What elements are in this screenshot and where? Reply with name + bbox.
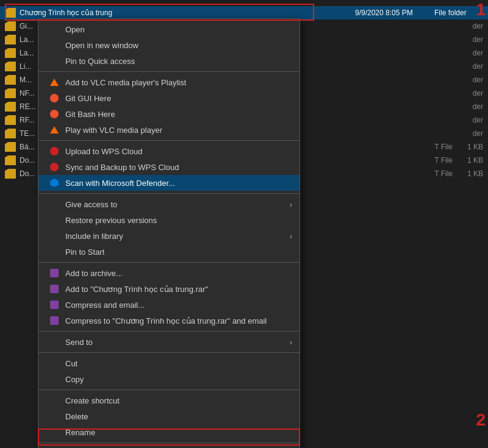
file-item-type: der (473, 76, 483, 84)
wps-sync-icon (48, 162, 60, 172)
menu-separator (38, 193, 300, 194)
menu-item-label: Open in new window (65, 41, 287, 50)
menu-item-restore-versions[interactable]: Restore previous versions (38, 212, 300, 228)
delete-icon (48, 411, 60, 421)
winrar-icon (48, 316, 60, 325)
menu-item-delete[interactable]: Delete (38, 408, 300, 424)
menu-item-sync-wps[interactable]: Sync and Backup to WPS Cloud (38, 159, 300, 175)
wps-icon (48, 146, 60, 156)
menu-item-git-bash[interactable]: Git Bash Here (38, 106, 300, 122)
file-item-size: 1 KB (453, 169, 483, 178)
folder-icon (5, 102, 16, 112)
menu-item-send-to[interactable]: Send to › (38, 334, 300, 350)
menu-item-git-gui[interactable]: Git GUI Here (38, 90, 300, 106)
menu-item-label: Play with VLC media player (65, 126, 287, 135)
vlc-icon (48, 77, 60, 87)
menu-item-label: Send to (65, 338, 287, 347)
menu-item-label: Give access to (65, 200, 287, 209)
menu-item-add-vlc-playlist[interactable]: Add to VLC media player's Playlist (38, 74, 300, 90)
menu-item-give-access[interactable]: Give access to › (38, 196, 300, 212)
menu-item-copy[interactable]: Copy (38, 371, 300, 387)
menu-separator (38, 331, 300, 332)
folder-icon (5, 75, 16, 85)
menu-item-label: Add to VLC media player's Playlist (65, 78, 287, 87)
file-item-type: der (473, 116, 483, 124)
submenu-arrow: › (290, 200, 292, 209)
menu-item-label: Scan with Microsoft Defender... (65, 179, 287, 188)
folder-icon (5, 48, 16, 58)
menu-item-pin-quick-access[interactable]: Pin to Quick access (38, 53, 300, 69)
menu-item-label: Rename (65, 428, 287, 437)
file-item-type: T File (434, 156, 453, 165)
folder-icon (5, 155, 16, 165)
file-item-type: der (473, 49, 483, 57)
menu-item-compress-email[interactable]: Compress and email... (38, 297, 300, 313)
cut-icon (48, 358, 60, 368)
menu-item-label: Restore previous versions (65, 216, 287, 225)
rename-icon (48, 427, 60, 437)
menu-item-compress-rar-email[interactable]: Compress to "Chương Trình học của trung.… (38, 313, 300, 329)
menu-item-open[interactable]: Open (38, 21, 300, 37)
copy-icon (48, 374, 60, 384)
restore-icon (48, 215, 60, 225)
file-item-type: der (473, 102, 483, 111)
menu-item-cut[interactable]: Cut (38, 355, 300, 371)
context-menu: Open Open in new window Pin to Quick acc… (38, 18, 300, 448)
defender-icon (48, 178, 60, 188)
menu-separator (38, 443, 300, 443)
menu-item-label: Delete (65, 412, 287, 421)
folder-icon (5, 88, 16, 98)
menu-item-add-chuong-rar[interactable]: Add to "Chương Trình học của trung.rar" (38, 281, 300, 297)
pin-start-icon (48, 247, 60, 257)
menu-item-label: Include in library (65, 232, 287, 241)
annotation-number-1: 1 (476, 0, 486, 20)
file-item-type: der (473, 35, 483, 44)
menu-item-rename[interactable]: Rename (38, 424, 300, 440)
menu-item-label: Cut (65, 359, 287, 368)
menu-separator (38, 140, 300, 141)
menu-item-label: Pin to Quick access (65, 57, 287, 66)
open-icon (48, 24, 60, 34)
send-to-icon (48, 337, 60, 347)
winrar-icon (48, 284, 60, 294)
file-item-type: der (473, 129, 483, 138)
folder-icon (5, 35, 16, 44)
menu-item-label: Upload to WPS Cloud (65, 147, 287, 156)
file-item-type: T File (434, 143, 453, 151)
folder-icon (5, 129, 16, 138)
menu-item-label: Compress to "Chương Trình học của trung.… (65, 316, 287, 325)
menu-item-create-shortcut[interactable]: Create shortcut (38, 393, 300, 408)
pin-icon (48, 56, 60, 66)
menu-separator (38, 389, 300, 390)
file-item-type: der (473, 62, 483, 71)
menu-item-label: Git Bash Here (65, 110, 287, 119)
file-item-type: T File (434, 169, 453, 178)
open-new-window-icon (48, 40, 60, 50)
menu-item-add-archive[interactable]: Add to archive... (38, 265, 300, 281)
vlc-play-icon (48, 125, 60, 135)
menu-separator (38, 262, 300, 263)
git-bash-icon (48, 109, 60, 119)
menu-item-label: Open (65, 25, 287, 34)
menu-item-label: Add to "Chương Trình học của trung.rar" (65, 285, 287, 294)
menu-item-pin-start[interactable]: Pin to Start (38, 244, 300, 260)
menu-separator (38, 71, 300, 72)
menu-item-open-new-window[interactable]: Open in new window (38, 37, 300, 53)
selected-file-item[interactable]: Chương Trình học của trung 9/9/2020 8:05… (0, 6, 488, 20)
git-icon (48, 93, 60, 103)
folder-icon (5, 21, 16, 31)
menu-item-upload-wps[interactable]: Upload to WPS Cloud (38, 143, 300, 159)
menu-item-properties[interactable]: Properties (38, 446, 300, 448)
menu-item-play-vlc[interactable]: Play with VLC media player (38, 122, 300, 138)
file-item-size: 1 KB (453, 143, 483, 151)
folder-icon (5, 169, 16, 179)
folder-icon (5, 62, 16, 71)
file-item-type: der (473, 22, 483, 30)
menu-item-scan-defender[interactable]: Scan with Microsoft Defender... (38, 175, 300, 191)
menu-item-label: Create shortcut (65, 396, 287, 405)
file-item-name: Chương Trình học của trung (20, 9, 355, 17)
annotation-number-2: 2 (476, 410, 486, 430)
give-access-icon (48, 199, 60, 209)
menu-item-label: Sync and Backup to WPS Cloud (65, 163, 287, 172)
menu-item-include-library[interactable]: Include in library › (38, 228, 300, 244)
